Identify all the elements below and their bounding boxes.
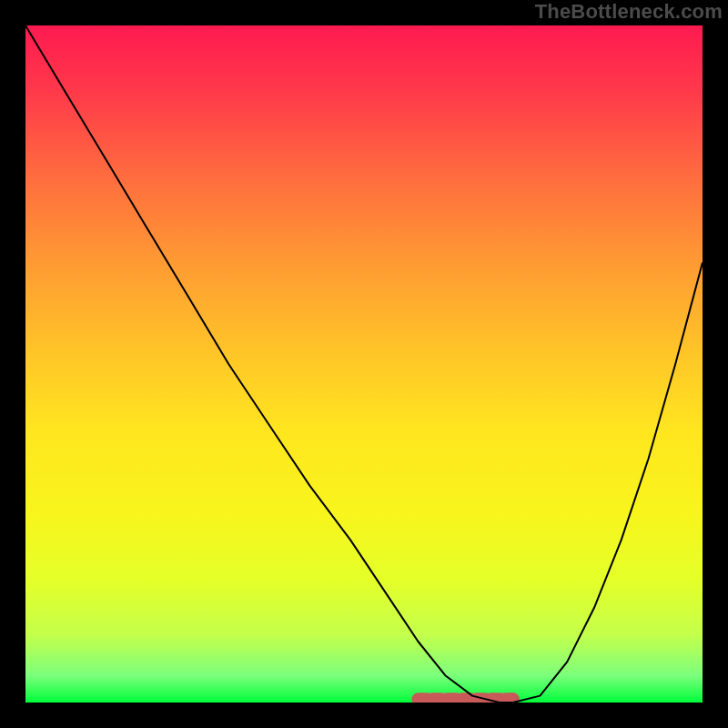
watermark-text: TheBottleneck.com (535, 0, 723, 24)
plot-area (25, 25, 703, 703)
chart-frame: TheBottleneck.com (0, 0, 728, 728)
bottleneck-curve (25, 25, 703, 703)
curve-layer (25, 25, 703, 703)
